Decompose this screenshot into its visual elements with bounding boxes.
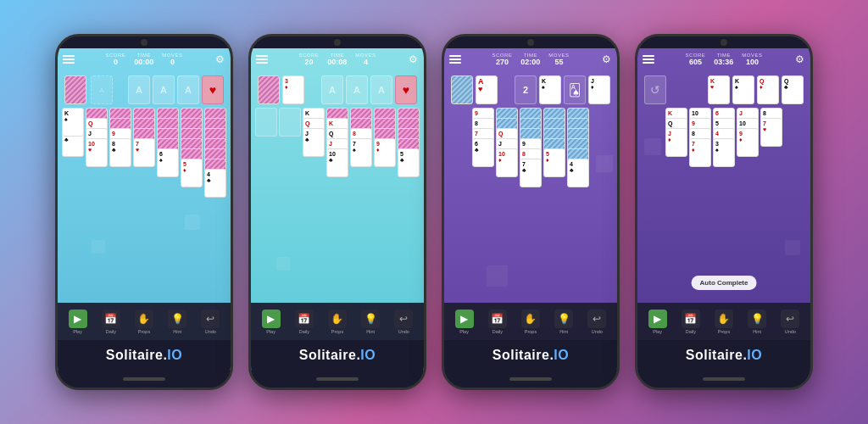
foundation-4d[interactable]: Q♣ [782,75,804,104]
undo-button-2[interactable]: ↩ Undo [394,310,413,334]
undo-label-2: Undo [398,329,409,334]
hint-label-2: Hint [366,329,375,334]
daily-button-1[interactable]: 📅 Daily [102,310,120,334]
home-indicator-3 [509,377,552,381]
menu-icon-3[interactable] [449,55,461,64]
play-label-2: Play [266,329,275,334]
undo-button-4[interactable]: ↩ Undo [781,310,799,334]
time-value-4: 03:36 [714,58,733,66]
phone-bottom-1 [58,371,231,388]
toolbar-1: ▶ Play 📅 Daily ✋ Props 💡 Hint ↩ Undo [58,303,231,340]
foundation-2a[interactable]: A [321,75,343,104]
foundation-3c[interactable]: 🂡 [564,75,586,104]
game-area-1: A A A A ♥ K♠ Q♥ J♣ [58,70,231,303]
undo-button-3[interactable]: ↩ Undo [587,310,606,334]
hint-button-4[interactable]: 💡 Hint [748,310,766,334]
game-header-4: SCORE 605 TIME 03:36 MOVES 100 ⚙ [637,48,810,70]
foundation-2c[interactable]: A [370,75,392,104]
moves-value-3: 55 [554,58,563,66]
toolbar-2: ▶ Play 📅 Daily ✋ Props 💡 Hint ↩ Undo [251,303,424,340]
phone-top-bar-3 [444,36,617,48]
waste-2: 3♦ [282,75,304,104]
foundation-1d[interactable]: ♥ [202,75,224,104]
phone-top-bar-2 [251,36,424,48]
undo-button-1[interactable]: ↩ Undo [201,310,220,334]
foundation-4c[interactable]: Q♦ [757,75,779,104]
hint-label-3: Hint [559,329,568,334]
phone-top-bar-4 [637,36,810,48]
time-value-2: 00:08 [327,58,347,66]
daily-button-3[interactable]: 📅 Daily [488,310,507,334]
gear-icon-2[interactable]: ⚙ [407,53,419,65]
daily-button-4[interactable]: 📅 Daily [682,310,700,334]
stock-pile-2[interactable] [258,75,280,104]
phone-camera-3 [527,39,534,46]
play-button-2[interactable]: ▶ Play [262,310,281,334]
waste-pile-1: A [91,75,113,104]
foundation-1a[interactable]: A [128,75,150,104]
phone-camera-4 [721,39,727,46]
phone-camera-1 [141,39,147,46]
foundation-4a[interactable]: K♥ [708,75,730,104]
toolbar-4: ▶ Play 📅 Daily ✋ Props 💡 Hint ↩ Undo [637,303,810,340]
time-value-3: 02:00 [520,58,540,66]
home-indicator-2 [316,377,359,381]
foundation-2b[interactable]: A [346,75,368,104]
app-title-2: Solitaire.IO [299,348,376,363]
gear-icon-3[interactable]: ⚙ [600,53,612,65]
play-button-3[interactable]: ▶ Play [455,310,474,334]
game-area-2: 3♦ A A A ♥ [251,70,424,303]
menu-icon-2[interactable] [256,55,268,64]
play-button-1[interactable]: ▶ Play [69,310,87,334]
moves-value-1: 0 [170,58,175,66]
menu-icon-4[interactable] [643,55,654,64]
foundation-1c[interactable]: A [177,75,199,104]
stock-pile-1[interactable] [64,75,86,104]
phone-bottom-3 [444,371,617,388]
phone-screen-2: SCORE 20 TIME 00:08 MOVES 4 ⚙ [251,48,424,371]
phone-screen-3: SCORE 270 TIME 02:00 MOVES 55 ⚙ [444,48,617,371]
hint-label-4: Hint [753,329,761,334]
menu-icon-1[interactable] [63,55,75,64]
foundation-3a[interactable]: 2 [515,75,537,104]
foundation-3d[interactable]: J♦ [588,75,610,104]
play-button-4[interactable]: ▶ Play [648,310,667,334]
game-header-2: SCORE 20 TIME 00:08 MOVES 4 ⚙ [251,48,424,70]
hint-button-1[interactable]: 💡 Hint [168,310,186,334]
props-button-2[interactable]: ✋ Props [328,310,347,334]
props-button-4[interactable]: ✋ Props [715,310,733,334]
daily-button-2[interactable]: 📅 Daily [295,310,314,334]
foundation-1b[interactable]: A [153,75,175,104]
stock-pile-3[interactable] [451,75,473,104]
waste-3: A♥ [476,75,498,104]
app-title-1: Solitaire.IO [106,348,182,363]
app-title-4: Solitaire.IO [686,348,762,363]
hint-button-2[interactable]: 💡 Hint [361,310,380,334]
props-label-3: Props [525,329,537,334]
foundation-3b[interactable]: K♠ [539,75,561,104]
props-button-1[interactable]: ✋ Props [135,310,153,334]
gear-icon-4[interactable]: ⚙ [793,53,805,65]
app-title-area-3: Solitaire.IO [444,340,617,371]
game-area-4: ↺ K♥ K♠ Q♦ Q♣ K♥ Q♠ J♦ [637,70,810,303]
score-value-4: 605 [689,58,702,66]
foundation-2d[interactable]: ♥ [395,75,417,104]
hint-label-1: Hint [173,329,181,334]
phone-screen-4: SCORE 605 TIME 03:36 MOVES 100 ⚙ [637,48,810,371]
home-indicator-4 [703,377,745,381]
phones-container: SCORE 0 TIME 00:00 MOVES 0 ⚙ [55,34,813,390]
stock-pile-4[interactable]: ↺ [644,75,666,104]
hint-button-3[interactable]: 💡 Hint [554,310,573,334]
auto-complete-button[interactable]: Auto Complete [692,276,757,290]
app-title-area-4: Solitaire.IO [637,340,810,371]
daily-label-2: Daily [299,329,309,334]
phone-2: SCORE 20 TIME 00:08 MOVES 4 ⚙ [248,34,426,390]
app-title-area-1: Solitaire.IO [58,340,231,371]
gear-icon-1[interactable]: ⚙ [214,53,225,65]
play-label-1: Play [73,329,82,334]
props-button-3[interactable]: ✋ Props [521,310,540,334]
phone-bottom-2 [251,371,424,388]
play-label-3: Play [459,329,469,334]
foundation-4b[interactable]: K♠ [732,75,754,104]
game-header-3: SCORE 270 TIME 02:00 MOVES 55 ⚙ [444,48,617,70]
